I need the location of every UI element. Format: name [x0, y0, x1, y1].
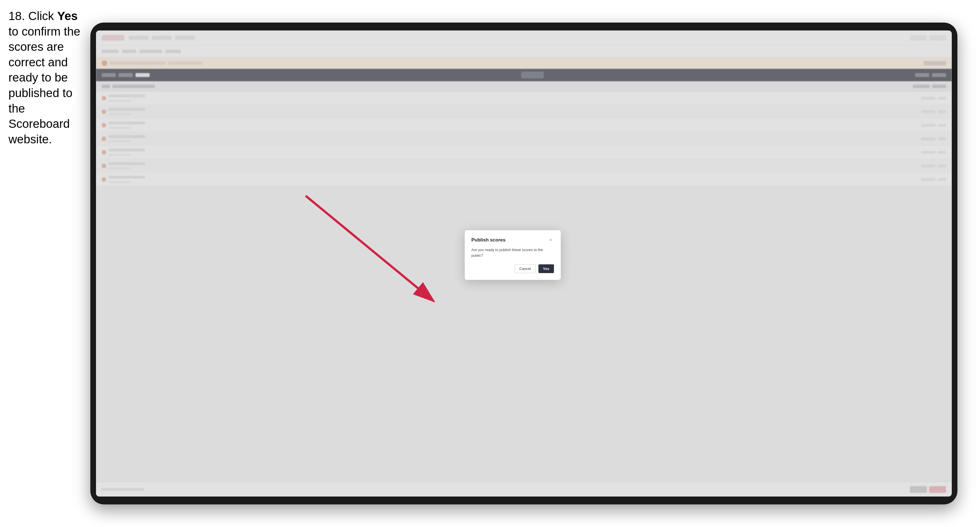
- yes-button[interactable]: Yes: [538, 264, 554, 273]
- tablet-frame: Publish scores × Are you ready to publis…: [90, 22, 958, 505]
- instruction-prefix: Click: [28, 9, 57, 22]
- modal-title: Publish scores: [471, 237, 506, 243]
- tablet-device: Publish scores × Are you ready to publis…: [90, 22, 958, 505]
- step-number: 18.: [8, 9, 25, 22]
- modal-footer: Cancel Yes: [471, 264, 554, 273]
- tablet-screen: Publish scores × Are you ready to publis…: [96, 30, 952, 497]
- cancel-button[interactable]: Cancel: [515, 264, 536, 273]
- publish-scores-dialog: Publish scores × Are you ready to publis…: [465, 230, 561, 280]
- instruction-suffix: to confirm the scores are correct and re…: [8, 25, 80, 146]
- modal-overlay: Publish scores × Are you ready to publis…: [96, 30, 952, 497]
- modal-close-button[interactable]: ×: [548, 237, 554, 243]
- yes-emphasis: Yes: [57, 9, 78, 22]
- modal-header: Publish scores ×: [471, 237, 554, 243]
- modal-body-text: Are you ready to publish these scores to…: [471, 247, 554, 258]
- instruction-block: 18. Click Yes to confirm the scores are …: [8, 8, 88, 147]
